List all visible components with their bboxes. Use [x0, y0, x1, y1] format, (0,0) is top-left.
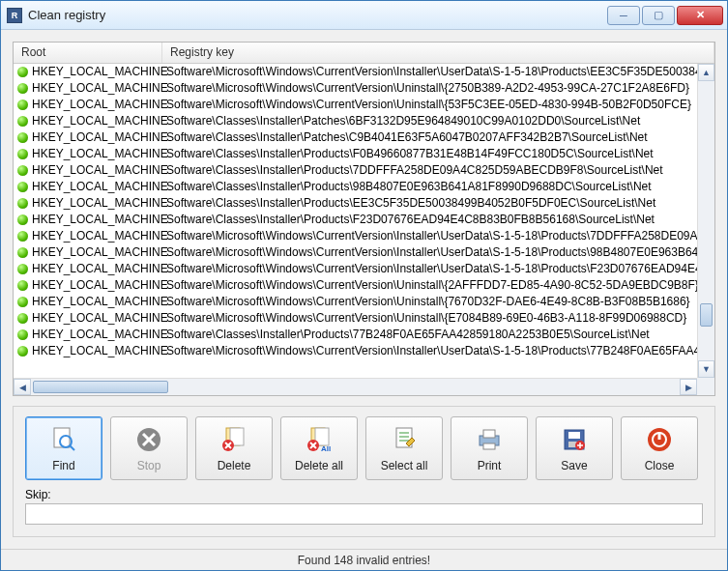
- hscroll-thumb[interactable]: [33, 381, 168, 393]
- root-text: HKEY_LOCAL_MACHINE: [32, 80, 168, 97]
- status-bullet-icon: [17, 264, 28, 274]
- cell-root: HKEY_LOCAL_MACHINE: [14, 310, 162, 327]
- stop-icon: [133, 424, 164, 455]
- vertical-scrollbar[interactable]: ▲ ▼: [697, 64, 714, 378]
- cell-root: HKEY_LOCAL_MACHINE: [14, 212, 162, 228]
- table-row[interactable]: HKEY_LOCAL_MACHINESoftware\Classes\Insta…: [14, 146, 697, 162]
- bottom-panel: Find Stop Delete All: [13, 406, 715, 537]
- skip-input[interactable]: [25, 503, 703, 525]
- maximize-button[interactable]: ▢: [642, 6, 675, 25]
- status-bullet-icon: [17, 198, 28, 209]
- select-all-label: Select all: [381, 459, 428, 472]
- cell-root: HKEY_LOCAL_MACHINE: [14, 97, 162, 113]
- cell-key: Software\Classes\Installer\Products\F0B4…: [162, 146, 697, 162]
- root-text: HKEY_LOCAL_MACHINE: [32, 97, 168, 113]
- cell-key: Software\Microsoft\Windows\CurrentVersio…: [162, 97, 697, 113]
- table-row[interactable]: HKEY_LOCAL_MACHINESoftware\Classes\Insta…: [14, 327, 697, 343]
- status-bullet-icon: [17, 329, 28, 340]
- table-row[interactable]: HKEY_LOCAL_MACHINESoftware\Microsoft\Win…: [14, 228, 697, 244]
- table-row[interactable]: HKEY_LOCAL_MACHINESoftware\Classes\Insta…: [14, 162, 697, 179]
- cell-key: Software\Microsoft\Windows\CurrentVersio…: [162, 310, 697, 327]
- table-row[interactable]: HKEY_LOCAL_MACHINESoftware\Microsoft\Win…: [14, 294, 697, 310]
- root-text: HKEY_LOCAL_MACHINE: [32, 64, 168, 80]
- table-row[interactable]: HKEY_LOCAL_MACHINESoftware\Microsoft\Win…: [14, 97, 697, 113]
- cell-root: HKEY_LOCAL_MACHINE: [14, 129, 162, 146]
- close-window-button[interactable]: ✕: [677, 6, 723, 25]
- root-text: HKEY_LOCAL_MACHINE: [32, 310, 168, 327]
- table-row[interactable]: HKEY_LOCAL_MACHINESoftware\Classes\Insta…: [14, 195, 697, 212]
- table-row[interactable]: HKEY_LOCAL_MACHINESoftware\Classes\Insta…: [14, 179, 697, 195]
- table-row[interactable]: HKEY_LOCAL_MACHINESoftware\Microsoft\Win…: [14, 261, 697, 277]
- scroll-down-icon[interactable]: ▼: [698, 360, 714, 378]
- window-title: Clean registry: [28, 8, 605, 22]
- root-text: HKEY_LOCAL_MACHINE: [32, 113, 168, 129]
- cell-root: HKEY_LOCAL_MACHINE: [14, 277, 162, 294]
- horizontal-scrollbar[interactable]: ◀ ▶: [14, 378, 697, 395]
- svg-rect-25: [568, 432, 580, 439]
- table-row[interactable]: HKEY_LOCAL_MACHINESoftware\Microsoft\Win…: [14, 244, 697, 261]
- scroll-up-icon[interactable]: ▲: [698, 64, 714, 81]
- column-root[interactable]: Root: [14, 43, 162, 63]
- table-row[interactable]: HKEY_LOCAL_MACHINESoftware\Microsoft\Win…: [14, 343, 697, 359]
- delete-all-button[interactable]: All Delete all: [280, 416, 358, 480]
- status-bullet-icon: [17, 346, 28, 357]
- app-icon: R: [7, 8, 22, 23]
- status-text: Found 148 invalid entries!: [298, 554, 430, 567]
- svg-text:All: All: [321, 444, 331, 453]
- root-text: HKEY_LOCAL_MACHINE: [32, 261, 168, 277]
- cell-key: Software\Classes\Installer\Products\EE3C…: [162, 195, 697, 212]
- cell-root: HKEY_LOCAL_MACHINE: [14, 327, 162, 343]
- cell-key: Software\Classes\Installer\Products\98B4…: [162, 179, 697, 195]
- cell-root: HKEY_LOCAL_MACHINE: [14, 294, 162, 310]
- table-row[interactable]: HKEY_LOCAL_MACHINESoftware\Microsoft\Win…: [14, 277, 697, 294]
- cell-root: HKEY_LOCAL_MACHINE: [14, 195, 162, 212]
- cell-root: HKEY_LOCAL_MACHINE: [14, 162, 162, 179]
- vscroll-thumb[interactable]: [700, 303, 713, 327]
- cell-key: Software\Classes\Installer\Products\77B2…: [162, 327, 697, 343]
- cell-root: HKEY_LOCAL_MACHINE: [14, 179, 162, 195]
- cell-key: Software\Microsoft\Windows\CurrentVersio…: [162, 294, 697, 310]
- titlebar: R Clean registry ─ ▢ ✕: [1, 1, 727, 30]
- table-row[interactable]: HKEY_LOCAL_MACHINESoftware\Microsoft\Win…: [14, 80, 697, 97]
- root-text: HKEY_LOCAL_MACHINE: [32, 244, 168, 261]
- table-row[interactable]: HKEY_LOCAL_MACHINESoftware\Classes\Insta…: [14, 212, 697, 228]
- cell-key: Software\Microsoft\Windows\CurrentVersio…: [162, 277, 697, 294]
- print-label: Print: [478, 459, 502, 472]
- magnifier-icon: [48, 424, 79, 455]
- cell-key: Software\Microsoft\Windows\CurrentVersio…: [162, 64, 697, 80]
- find-button[interactable]: Find: [25, 416, 102, 480]
- save-button[interactable]: Save: [536, 416, 613, 480]
- delete-button[interactable]: Delete: [195, 416, 273, 480]
- select-all-button[interactable]: Select all: [365, 416, 443, 480]
- svg-rect-22: [483, 430, 495, 438]
- status-bullet-icon: [17, 297, 28, 307]
- minimize-button[interactable]: ─: [607, 6, 640, 25]
- cell-key: Software\Microsoft\Windows\CurrentVersio…: [162, 261, 697, 277]
- client-area: Root Registry key HKEY_LOCAL_MACHINESoft…: [1, 30, 727, 549]
- column-key[interactable]: Registry key: [162, 43, 714, 63]
- scroll-left-icon[interactable]: ◀: [14, 379, 31, 395]
- table-row[interactable]: HKEY_LOCAL_MACHINESoftware\Microsoft\Win…: [14, 310, 697, 327]
- scroll-right-icon[interactable]: ▶: [680, 379, 697, 395]
- table-row[interactable]: HKEY_LOCAL_MACHINESoftware\Classes\Insta…: [14, 113, 697, 129]
- status-bullet-icon: [17, 231, 28, 242]
- svg-rect-23: [483, 443, 495, 449]
- cell-root: HKEY_LOCAL_MACHINE: [14, 261, 162, 277]
- list-body: HKEY_LOCAL_MACHINESoftware\Microsoft\Win…: [14, 64, 714, 395]
- status-bullet-icon: [17, 214, 28, 225]
- close-label: Close: [645, 459, 675, 472]
- delete-label: Delete: [218, 459, 251, 472]
- cell-root: HKEY_LOCAL_MACHINE: [14, 80, 162, 97]
- status-bullet-icon: [17, 67, 28, 77]
- table-row[interactable]: HKEY_LOCAL_MACHINESoftware\Classes\Insta…: [14, 129, 697, 146]
- window: R Clean registry ─ ▢ ✕ Root Registry key…: [0, 0, 728, 571]
- printer-icon: [474, 424, 505, 455]
- close-button[interactable]: Close: [621, 416, 698, 480]
- print-button[interactable]: Print: [451, 416, 528, 480]
- toolbar: Find Stop Delete All: [25, 416, 703, 480]
- statusbar: Found 148 invalid entries!: [1, 549, 727, 570]
- table-row[interactable]: HKEY_LOCAL_MACHINESoftware\Microsoft\Win…: [14, 64, 697, 80]
- cell-key: Software\Microsoft\Windows\CurrentVersio…: [162, 343, 697, 359]
- root-text: HKEY_LOCAL_MACHINE: [32, 162, 168, 179]
- status-bullet-icon: [17, 116, 28, 127]
